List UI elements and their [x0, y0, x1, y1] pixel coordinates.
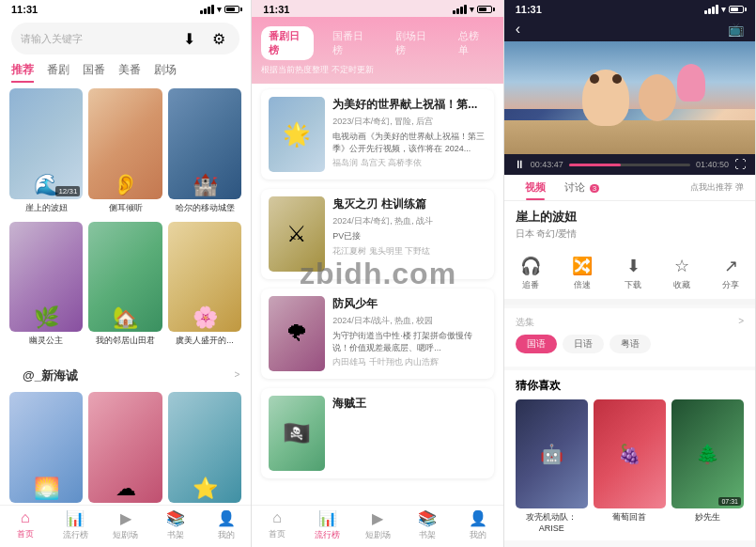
rank-desc-3: 为守护街道当中性·楼 打架拼命傲慢传说！价值观差最底层、嗯呼... [332, 330, 486, 353]
poster-grid-2: 🌿 幽灵公主 🏡 我的邻居山田君 🌸 虞美人盛开的... [0, 222, 251, 355]
list-item[interactable]: 👂 侧耳倾听 [88, 88, 162, 214]
nav-shorts-label-2: 短剧场 [365, 529, 391, 541]
road-bg [504, 120, 755, 154]
list-item[interactable]: 🌿 幽灵公主 [9, 222, 83, 348]
lang-japanese[interactable]: 日语 [563, 335, 604, 353]
list-item[interactable]: 🌲 07:31 妙先生 [671, 399, 744, 533]
list-item[interactable]: 🌸 虞美人盛开的... [168, 222, 241, 348]
rec-name-3: 妙先生 [671, 511, 744, 524]
list-item[interactable]: ☁ 上那个的... [88, 392, 162, 518]
search-icons: ⬇ ⚙ [177, 27, 230, 50]
episodes-title: 选集 > [516, 316, 744, 329]
poster-kingdom: ⭐ [168, 392, 241, 503]
panel-recommendations: 11:31 ▾ 请输入关键字 ⬇ ⚙ 推荐 番剧 国番 美番 剧场 [0, 0, 252, 547]
share-label: 分享 [722, 279, 739, 291]
rank-info-2: 鬼灭之刃 柱训练篇 2024/日本/奇幻, 热血, 战斗 PV已接 花江夏树 鬼… [332, 196, 486, 272]
tab-chinese-daily[interactable]: 国番日榜 [325, 26, 377, 60]
nav-shelf[interactable]: 📚 书架 [150, 509, 200, 541]
ranking-item[interactable]: 🌟 为美好的世界献上祝福！第... 2023/日本/奇幻, 冒险, 后宫 电视动… [261, 89, 493, 180]
rank-title-4: 海贼王 [332, 396, 486, 412]
see-more-btn[interactable]: > [234, 369, 239, 380]
tab-anime[interactable]: 番剧 [47, 62, 69, 83]
video-title: 崖上的波妞 [516, 209, 744, 226]
nav-home-2[interactable]: ⌂ 首页 [252, 509, 301, 541]
rec-grid: 🤖 攻壳机动队：ARISE 🍇 葡萄回首 🌲 07:31 妙先生 [516, 399, 744, 533]
status-icons-1: ▾ [200, 5, 239, 14]
recommend-btn[interactable]: 点我出推荐 弹 [690, 181, 744, 194]
profile-icon: 👤 [217, 509, 236, 527]
status-bar-2: 11:31 ▾ [252, 0, 502, 17]
shorts-icon-2: ▶ [372, 509, 383, 527]
ranking-item[interactable]: 🏴‍☠️ 海贼王 [261, 388, 493, 478]
download-icon[interactable]: ⬇ [177, 27, 200, 50]
shelf-icon-2: 📚 [418, 509, 437, 527]
action-collect[interactable]: ☆ 收藏 [673, 256, 690, 291]
tab-all[interactable]: 总榜单 [451, 26, 493, 60]
status-icons-2: ▾ [453, 5, 492, 14]
share-icon: ↗ [724, 256, 738, 276]
nav-ranking-2[interactable]: 📊 流行榜 [302, 509, 352, 541]
play-pause-button[interactable]: ⏸ [514, 158, 525, 171]
title-howl: 哈尔的移动城堡 [168, 202, 241, 214]
list-item[interactable]: 🏰 哈尔的移动城堡 [168, 88, 241, 214]
action-download[interactable]: ⬇ 下载 [625, 256, 641, 291]
nav-profile[interactable]: 👤 我的 [201, 509, 251, 541]
nav-home[interactable]: ⌂ 首页 [0, 509, 50, 541]
rank-cast-1: 福岛润 岛宫天 高桥李依 [332, 157, 486, 169]
recommend-section: 猜你喜欢 🤖 攻壳机动队：ARISE 🍇 葡萄回首 🌲 07:31 妙先生 [504, 370, 755, 540]
video-controls: ⏸ 00:43:47 01:40:50 ⛶ [504, 154, 755, 175]
tab-chinese[interactable]: 国番 [83, 62, 105, 83]
ranking-list: 🌟 为美好的世界献上祝福！第... 2023/日本/奇幻, 冒险, 后宫 电视动… [252, 84, 502, 493]
lang-chinese[interactable]: 国语 [516, 335, 557, 353]
tab-theater[interactable]: 剧场 [154, 62, 177, 83]
battery-icon-2 [477, 6, 492, 13]
nav-profile-2[interactable]: 👤 我的 [453, 509, 502, 541]
status-bar-1: 11:31 ▾ [0, 0, 251, 17]
nav-ranking[interactable]: 📊 流行榜 [50, 509, 100, 541]
fullscreen-button[interactable]: ⛶ [734, 158, 746, 171]
nav-shorts-2[interactable]: ▶ 短剧场 [352, 509, 402, 541]
action-speed[interactable]: 🔀 倍速 [572, 256, 593, 291]
tab-american[interactable]: 美番 [118, 62, 141, 83]
ranking-item[interactable]: 🌪 防风少年 2024/日本/战斗, 热血, 校园 为守护街道当中性·楼 打架拼… [261, 289, 493, 379]
list-item[interactable]: 🏡 我的邻居山田君 [88, 222, 162, 348]
time-total: 01:40:50 [696, 160, 729, 169]
nav-ranking-label: 流行榜 [63, 529, 88, 541]
tab-discuss[interactable]: 讨论 3 [555, 175, 609, 200]
video-player[interactable] [504, 41, 755, 154]
list-item[interactable]: ⭐ 王国乙女 [168, 392, 241, 518]
nav-ranking-label-2: 流行榜 [315, 529, 340, 541]
nav-shorts[interactable]: ▶ 短剧场 [100, 509, 150, 541]
tv-icon[interactable]: 📺 [728, 22, 744, 37]
tab-theater-daily[interactable]: 剧场日榜 [388, 26, 440, 60]
tab-recommend[interactable]: 推荐 [11, 62, 34, 83]
search-placeholder: 请输入关键字 [21, 32, 177, 46]
action-share[interactable]: ↗ 分享 [722, 256, 739, 291]
title-mononoke: 幽灵公主 [9, 335, 83, 347]
time-current: 00:43:47 [531, 160, 563, 169]
recommend-title: 猜你喜欢 [516, 378, 744, 394]
ranking-icon-2: 📊 [318, 509, 337, 527]
ranking-item[interactable]: ⚔ 鬼灭之刃 柱训练篇 2024/日本/奇幻, 热血, 战斗 PV已接 花江夏树… [261, 189, 493, 279]
list-item[interactable]: 🌅 某个日出 [9, 392, 83, 518]
settings-icon[interactable]: ⚙ [208, 27, 230, 50]
signal-icon [200, 5, 214, 14]
back-button[interactable]: ‹ [516, 21, 520, 38]
poster-yamada: 🏡 [88, 222, 162, 333]
bottom-nav-1: ⌂ 首页 📊 流行榜 ▶ 短剧场 📚 书架 👤 我的 [0, 505, 251, 547]
action-follow[interactable]: 🎧 追番 [520, 256, 541, 291]
list-item[interactable]: 🌊 12/31 崖上的波妞 [9, 88, 83, 214]
title-poppy: 虞美人盛开的... [168, 335, 241, 347]
rank-desc-1: 电视动画《为美好的世界献上祝福！第三季》公开先行视频，该作将在 2024... [332, 131, 486, 154]
lang-cantonese[interactable]: 粤语 [609, 335, 651, 353]
list-item[interactable]: 🤖 攻壳机动队：ARISE [516, 399, 588, 533]
tab-anime-daily[interactable]: 番剧日榜 [261, 26, 313, 60]
nav-profile-label: 我的 [218, 529, 235, 541]
nav-shelf-2[interactable]: 📚 书架 [403, 509, 453, 541]
rank-tags-2: 2024/日本/奇幻, 热血, 战斗 [332, 215, 486, 227]
episodes-more[interactable]: > [738, 316, 744, 329]
search-bar[interactable]: 请输入关键字 ⬇ ⚙ [11, 23, 239, 55]
tab-video[interactable]: 视频 [516, 175, 555, 200]
list-item[interactable]: 🍇 葡萄回首 [594, 399, 666, 533]
progress-bar[interactable] [569, 164, 690, 166]
